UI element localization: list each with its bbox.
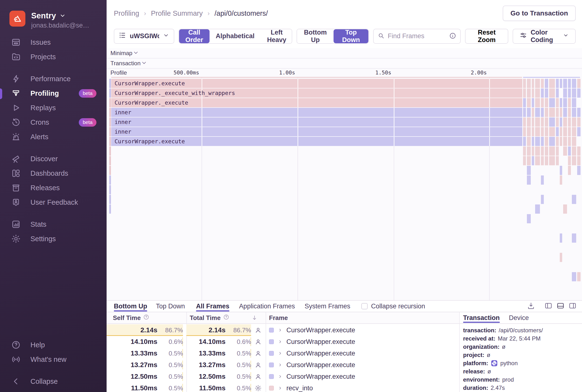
flame-frame[interactable] <box>568 79 571 88</box>
flame-frame[interactable] <box>568 156 571 165</box>
flame-frame[interactable] <box>541 127 544 136</box>
sidebar-item-performance[interactable]: Performance <box>0 72 106 86</box>
flame-frame[interactable] <box>532 156 534 165</box>
sidebar-collapse-button[interactable]: Collapse <box>0 374 106 388</box>
flame-frame[interactable] <box>556 127 559 136</box>
flame-frame[interactable] <box>545 79 548 88</box>
flame-frame[interactable] <box>523 137 526 146</box>
flame-frame[interactable] <box>532 108 534 117</box>
flame-frame[interactable] <box>535 79 540 88</box>
flame-frame[interactable] <box>527 166 531 175</box>
flame-frame[interactable] <box>532 79 534 88</box>
flame-frame[interactable] <box>545 127 548 136</box>
flame-frame[interactable] <box>535 146 540 156</box>
column-header-total-time[interactable]: Total Time <box>186 314 265 322</box>
flame-frame[interactable] <box>541 137 544 146</box>
flame-frame[interactable] <box>523 88 526 98</box>
flame-frame[interactable] <box>527 146 531 156</box>
flame-frame[interactable] <box>523 146 526 156</box>
flame-frame[interactable] <box>535 118 540 127</box>
flame-frame[interactable] <box>572 195 576 204</box>
flame-frame[interactable] <box>572 118 576 127</box>
flame-frame[interactable] <box>549 79 555 88</box>
flame-frame[interactable] <box>560 234 562 243</box>
flame-frame[interactable] <box>549 118 555 127</box>
flame-frame[interactable] <box>577 156 580 165</box>
flame-frame[interactable]: CursorWrapper.execute <box>111 137 522 146</box>
flame-frame[interactable] <box>560 166 562 175</box>
go-to-transaction-button[interactable]: Go to Transaction <box>503 6 576 21</box>
flame-frame[interactable] <box>541 79 544 88</box>
system-frame-toggle[interactable] <box>251 384 265 392</box>
flame-frame[interactable] <box>527 156 531 165</box>
flame-frame[interactable] <box>535 88 540 98</box>
flame-frame[interactable] <box>523 127 526 136</box>
application-frame-toggle[interactable] <box>251 373 265 380</box>
flame-frame[interactable] <box>563 127 567 136</box>
flame-frame[interactable]: CursorWrapper._execute <box>111 98 522 107</box>
flame-frame[interactable] <box>563 88 567 98</box>
flame-graph[interactable]: CursorWrapper.executeCursorWrapper._exec… <box>106 77 582 300</box>
sidebar-item-releases[interactable]: Releases <box>0 180 106 195</box>
details-tab-transaction[interactable]: Transaction <box>463 312 500 324</box>
flame-frame[interactable] <box>527 88 531 98</box>
flame-frame[interactable] <box>577 88 580 98</box>
application-frame-toggle[interactable] <box>251 326 265 334</box>
flame-frame[interactable] <box>527 108 531 117</box>
flame-frame[interactable] <box>568 166 571 175</box>
flame-frame[interactable] <box>541 195 544 204</box>
flame-frame[interactable] <box>549 156 555 165</box>
flame-frame[interactable] <box>527 127 531 136</box>
sort-alphabetical[interactable]: Alphabetical <box>210 29 261 43</box>
flame-frame[interactable] <box>556 98 559 107</box>
flame-frame[interactable] <box>532 137 534 146</box>
flame-frame[interactable] <box>560 108 562 117</box>
flame-frame[interactable] <box>568 88 571 98</box>
sort-left-heavy[interactable]: Left Heavy <box>261 29 292 43</box>
flame-frame[interactable] <box>572 156 576 165</box>
flame-frame[interactable] <box>545 118 548 127</box>
transaction-section-header[interactable]: Transaction <box>106 58 582 69</box>
flame-frame[interactable] <box>560 253 562 262</box>
flame-frame[interactable] <box>572 146 576 156</box>
tab-application-frames[interactable]: Application Frames <box>239 300 295 312</box>
sort-call-order[interactable]: Call Order <box>179 29 210 43</box>
flame-frame[interactable] <box>563 98 567 107</box>
thread-selector[interactable]: uWSGIWor… <box>114 29 174 44</box>
tab-bottom-up[interactable]: Bottom Up <box>114 300 147 312</box>
flame-frame[interactable] <box>527 79 531 88</box>
flame-frame[interactable] <box>541 118 544 127</box>
tab-top-down[interactable]: Top Down <box>156 300 185 312</box>
flame-frame[interactable] <box>560 137 562 146</box>
flame-frame[interactable] <box>523 118 526 127</box>
download-wrap[interactable] <box>527 302 535 311</box>
flame-frame[interactable]: inner <box>111 118 522 127</box>
flame-frame[interactable] <box>572 79 576 88</box>
details-tab-device[interactable]: Device <box>509 312 529 324</box>
flame-frame[interactable] <box>545 88 548 98</box>
collapse-recursion-toggle[interactable]: Collapse recursion <box>361 302 425 310</box>
flame-frame[interactable] <box>560 176 562 185</box>
sidebar-item-what-s-new[interactable]: What's new <box>0 352 106 366</box>
flame-frame[interactable] <box>563 108 567 117</box>
flame-frame[interactable] <box>577 79 580 88</box>
flame-frame[interactable] <box>560 98 562 107</box>
tab-system-frames[interactable]: System Frames <box>304 300 350 312</box>
flame-frame[interactable] <box>545 98 548 107</box>
flame-frame[interactable] <box>535 98 540 107</box>
flame-frame[interactable] <box>541 98 544 107</box>
flame-frame[interactable] <box>523 79 526 88</box>
sidebar-item-projects[interactable]: Projects <box>0 50 106 64</box>
flame-frame[interactable] <box>563 146 567 156</box>
flame-frame[interactable] <box>556 146 559 156</box>
flame-frame[interactable] <box>532 127 534 136</box>
flame-frame[interactable] <box>535 156 540 165</box>
search-input[interactable] <box>388 32 446 40</box>
flame-frame[interactable]: inner <box>111 127 522 136</box>
flame-frame[interactable] <box>577 272 580 281</box>
flame-frame[interactable] <box>577 118 580 127</box>
flame-frame[interactable] <box>523 156 526 165</box>
direction-top-down[interactable]: Top Down <box>334 29 368 43</box>
flame-frame[interactable] <box>532 88 534 98</box>
flame-frame[interactable] <box>532 98 534 107</box>
